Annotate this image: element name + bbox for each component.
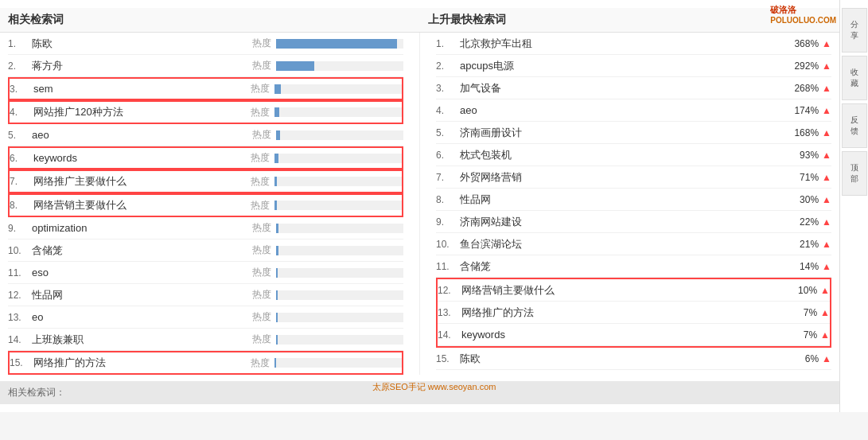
keyword-text[interactable]: apcups电源 — [460, 59, 783, 73]
right-keyword-row[interactable]: 14.keywords7%▲ — [438, 324, 830, 346]
keyword-text[interactable]: 枕式包装机 — [460, 148, 783, 162]
top-button[interactable]: 顶部 — [842, 151, 867, 196]
keyword-text[interactable]: 网络营销主要做什么 — [461, 283, 781, 298]
keyword-text[interactable]: 济南网站建设 — [460, 215, 783, 229]
right-keyword-row[interactable]: 9.济南网站建设22%▲ — [436, 211, 831, 233]
left-keyword-row[interactable]: 7.网络推广主要做什么热度 — [8, 169, 403, 193]
heat-bar — [274, 154, 402, 163]
keyword-text[interactable]: keywords — [33, 152, 251, 164]
right-keyword-row[interactable]: 3.加气设备268%▲ — [436, 77, 831, 99]
row-number: 9. — [8, 223, 32, 234]
hot-label: 热度 — [251, 356, 270, 370]
right-keyword-row[interactable]: 6.枕式包装机93%▲ — [436, 144, 831, 166]
keyword-text[interactable]: 北京救护车出租 — [460, 37, 783, 51]
keyword-text[interactable]: 网络推广主要做什么 — [33, 174, 251, 189]
keyword-text[interactable]: 网络推广的方法 — [461, 306, 781, 320]
keyword-text[interactable]: keywords — [461, 329, 781, 341]
left-keyword-row[interactable]: 10.含储笼热度 — [8, 239, 403, 262]
heat-bar — [276, 39, 403, 49]
row-number: 1. — [436, 38, 460, 49]
right-keyword-row[interactable]: 2.apcups电源292%▲ — [436, 55, 831, 77]
right-keyword-row[interactable]: 5.济南画册设计168%▲ — [436, 122, 831, 144]
up-arrow-icon: ▲ — [822, 239, 831, 250]
right-keyword-row[interactable]: 12.网络营销主要做什么10%▲ — [438, 279, 830, 302]
up-arrow-icon: ▲ — [820, 307, 830, 318]
right-keyword-row[interactable]: 11.含储笼14%▲ — [436, 255, 831, 278]
keyword-text[interactable]: aeo — [32, 129, 252, 141]
row-number: 10. — [436, 239, 460, 250]
watermark-bottom: 太原SEO手记 www.seoyan.com — [372, 381, 496, 393]
right-keyword-row[interactable]: 7.外贸网络营销71%▲ — [436, 166, 831, 189]
keyword-text[interactable]: 含储笼 — [32, 243, 252, 258]
keyword-text[interactable]: 陈欧 — [32, 37, 252, 51]
heat-bar — [276, 268, 403, 278]
row-number: 3. — [10, 84, 33, 95]
keyword-text[interactable]: eo — [32, 311, 252, 323]
left-keyword-row[interactable]: 9.optimization热度 — [8, 217, 403, 239]
left-keyword-row[interactable]: 11.eso热度 — [8, 262, 403, 284]
keyword-text[interactable]: 陈欧 — [460, 352, 783, 366]
up-arrow-icon: ▲ — [822, 194, 831, 205]
up-arrow-icon: ▲ — [822, 150, 831, 161]
row-number: 13. — [8, 312, 32, 323]
keyword-text[interactable]: 性品网 — [460, 193, 783, 207]
keyword-text[interactable]: 上班族兼职 — [32, 333, 252, 347]
rise-percentage: 6% — [783, 353, 819, 364]
keyword-text[interactable]: 加气设备 — [460, 81, 783, 95]
row-number: 14. — [8, 334, 32, 345]
left-keyword-row[interactable]: 5.aeo热度 — [8, 124, 403, 146]
heat-bar-fill — [276, 39, 397, 49]
keyword-text[interactable]: 性品网 — [32, 288, 252, 302]
keyword-text[interactable]: 外贸网络营销 — [460, 170, 783, 185]
row-number: 4. — [10, 107, 33, 118]
row-number: 9. — [436, 216, 460, 228]
left-section-title: 相关检索词 — [8, 13, 64, 29]
right-keyword-row[interactable]: 15.陈欧6%▲ — [436, 348, 831, 370]
rise-percentage: 21% — [783, 239, 819, 250]
heat-bar-fill — [276, 290, 278, 300]
left-keyword-row[interactable]: 2.蒋方舟热度 — [8, 55, 403, 77]
keyword-text[interactable]: eso — [32, 267, 252, 278]
keyword-text[interactable]: sem — [33, 83, 251, 95]
keyword-text[interactable]: 网络推广的方法 — [33, 356, 251, 370]
keyword-text[interactable]: optimization — [32, 222, 252, 234]
left-keyword-row[interactable]: 3.sem热度 — [8, 77, 403, 100]
keyword-text[interactable]: 蒋方舟 — [32, 59, 252, 73]
left-keyword-row[interactable]: 15.网络推广的方法热度 — [8, 351, 403, 375]
favorite-button[interactable]: 收藏 — [842, 56, 867, 100]
row-number: 5. — [436, 127, 460, 138]
right-keyword-row[interactable]: 1.北京救护车出租368%▲ — [436, 33, 831, 55]
keyword-text[interactable]: 济南画册设计 — [460, 126, 783, 140]
right-keyword-row[interactable]: 4.aeo174%▲ — [436, 99, 831, 122]
keyword-text[interactable]: 含储笼 — [460, 259, 783, 274]
row-number: 2. — [436, 60, 460, 72]
left-keyword-row[interactable]: 8.网络营销主要做什么热度 — [8, 193, 403, 217]
heat-bar-fill — [274, 358, 276, 368]
up-arrow-icon: ▲ — [820, 285, 830, 296]
rise-percentage: 30% — [783, 194, 819, 205]
left-keyword-row[interactable]: 13.eo热度 — [8, 306, 403, 329]
row-number: 2. — [8, 60, 32, 72]
rise-percentage: 368% — [783, 38, 819, 49]
keyword-text[interactable]: 网络营销主要做什么 — [33, 198, 251, 212]
highlight-group: 12.网络营销主要做什么10%▲13.网络推广的方法7%▲14.keywords… — [436, 278, 831, 348]
left-keyword-row[interactable]: 1.陈欧热度 — [8, 33, 403, 55]
left-keyword-row[interactable]: 4.网站推广120种方法热度 — [8, 100, 403, 124]
left-keyword-row[interactable]: 14.上班族兼职热度 — [8, 329, 403, 351]
keyword-text[interactable]: 鱼台滨湖论坛 — [460, 237, 783, 251]
hot-label: 热度 — [251, 151, 270, 165]
right-keyword-row[interactable]: 13.网络推广的方法7%▲ — [438, 302, 830, 324]
feedback-button[interactable]: 反馈 — [842, 103, 867, 148]
rise-percentage: 22% — [783, 216, 819, 228]
keyword-text[interactable]: aeo — [460, 104, 783, 116]
right-keyword-row[interactable]: 10.鱼台滨湖论坛21%▲ — [436, 233, 831, 255]
left-keyword-row[interactable]: 12.性品网热度 — [8, 284, 403, 306]
watermark-top: 破洛洛 POLUOLUO.COM — [770, 4, 836, 25]
left-keyword-row[interactable]: 6.keywords热度 — [8, 146, 403, 169]
heat-bar-fill — [274, 84, 281, 94]
heat-bar — [274, 84, 402, 94]
rise-percentage: 7% — [781, 307, 817, 318]
share-button[interactable]: 分享 — [842, 8, 867, 53]
right-keyword-row[interactable]: 8.性品网30%▲ — [436, 189, 831, 211]
keyword-text[interactable]: 网站推广120种方法 — [33, 105, 251, 119]
